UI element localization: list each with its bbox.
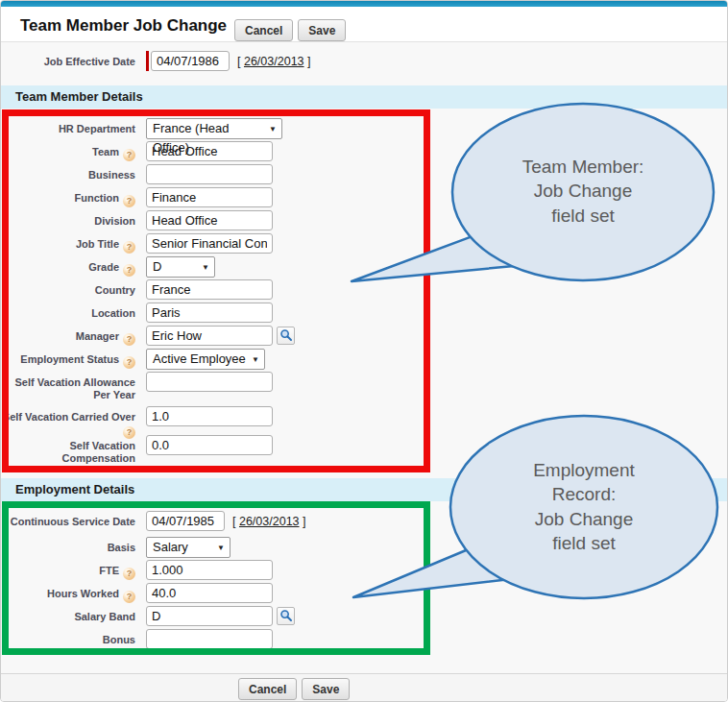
field-label: Manager <box>76 330 119 342</box>
field-row-self-vacation-compensation: Self Vacation Compensation <box>1 435 452 464</box>
today-date-hint: [ 26/03/2013 ] <box>232 515 306 528</box>
field-row-manager: Manager? <box>1 326 452 349</box>
continuous-service-date-input[interactable] <box>146 511 225 531</box>
field-row-bonus: Bonus <box>1 629 452 652</box>
title-bar: Team Member Job Change Cancel Save <box>1 7 727 41</box>
business-input[interactable] <box>146 164 273 184</box>
manager-input[interactable] <box>146 326 273 346</box>
field-label: Location <box>91 307 135 319</box>
today-date-link[interactable]: 26/03/2013 <box>244 55 304 68</box>
header-actions: Cancel Save <box>234 19 346 41</box>
field-row-job-title: Job Title? <box>1 233 452 256</box>
field-row-team: Team? <box>1 141 452 164</box>
field-row-grade: Grade? D ▼ <box>1 256 452 279</box>
function-input[interactable] <box>146 187 273 207</box>
help-icon[interactable]: ? <box>123 264 135 277</box>
location-input[interactable] <box>146 303 273 323</box>
bottom-action-bar: Cancel Save <box>1 673 727 702</box>
team-member-details-section: HR Department France (Head Office) ▼ Tea… <box>1 118 452 464</box>
section-header-team-member-details: Team Member Details <box>1 85 727 109</box>
field-label: Division <box>94 215 135 227</box>
field-row-division: Division <box>1 210 452 233</box>
help-icon[interactable]: ? <box>123 241 135 254</box>
dropdown-arrow-icon: ▼ <box>202 257 209 278</box>
today-date-hint: [ 26/03/2013 ] <box>237 55 311 68</box>
self-vacation-compensation-input[interactable] <box>146 435 273 455</box>
field-row-hours-worked: Hours Worked? <box>1 583 452 606</box>
employment-details-section: Continuous Service Date [ 26/03/2013 ] B… <box>1 511 452 652</box>
field-label: Job Effective Date <box>1 51 135 68</box>
field-label: Self Vacation Compensation <box>62 440 135 464</box>
selected-value: D <box>153 259 161 274</box>
field-label: Salary Band <box>74 611 135 622</box>
bracket: ] <box>303 515 305 528</box>
field-label: FTE <box>99 565 119 576</box>
bracket: ] <box>307 55 310 68</box>
country-input[interactable] <box>146 279 273 300</box>
self-vacation-carried-input[interactable] <box>146 406 273 426</box>
field-row-function: Function? <box>1 187 452 210</box>
job-effective-date-input[interactable] <box>151 51 230 71</box>
field-row-continuous-service-date: Continuous Service Date [ 26/03/2013 ] <box>1 511 452 537</box>
employment-status-select[interactable]: Active Employee ▼ <box>146 349 265 370</box>
help-icon[interactable]: ? <box>123 195 135 207</box>
field-row-salary-band: Salary Band <box>1 606 452 629</box>
division-input[interactable] <box>146 210 273 230</box>
team-member-job-change-page: Team Member Job Change Cancel Save Job E… <box>0 0 728 702</box>
selected-value: Active Employee <box>153 351 246 366</box>
field-row-hr-department: HR Department France (Head Office) ▼ <box>1 118 452 141</box>
field-row-basis: Basis Salary ▼ <box>1 537 452 560</box>
salary-band-input[interactable] <box>146 606 273 626</box>
field-row-country: Country <box>1 279 452 303</box>
dropdown-arrow-icon: ▼ <box>252 350 259 370</box>
field-label: Self Vacation Carried Over <box>3 411 135 423</box>
field-row-employment-status: Employment Status? Active Employee ▼ <box>1 349 452 372</box>
field-label: Business <box>88 169 135 181</box>
field-label: Job Title <box>76 238 119 250</box>
dropdown-arrow-icon: ▼ <box>269 119 277 139</box>
section-header-employment-details: Employment Details <box>1 478 727 501</box>
help-icon[interactable]: ? <box>123 356 135 369</box>
field-label: Continuous Service Date <box>11 516 135 527</box>
help-icon[interactable]: ? <box>123 568 135 580</box>
bracket: [ <box>232 515 235 528</box>
hr-department-select[interactable]: France (Head Office) ▼ <box>146 118 282 139</box>
required-field-bar <box>146 51 149 71</box>
cancel-button[interactable]: Cancel <box>238 678 297 700</box>
field-label: Hours Worked <box>47 588 119 599</box>
cancel-button[interactable]: Cancel <box>234 19 293 41</box>
manager-lookup-button[interactable] <box>277 327 295 345</box>
selected-value: Salary <box>153 540 188 554</box>
save-button[interactable]: Save <box>298 19 346 41</box>
basis-select[interactable]: Salary ▼ <box>146 537 231 558</box>
dropdown-arrow-icon: ▼ <box>217 538 225 558</box>
field-label: Employment Status <box>20 353 119 365</box>
today-date-link[interactable]: 26/03/2013 <box>239 515 300 528</box>
field-row-self-vacation-allowance: Self Vacation Allowance Per Year <box>1 372 452 406</box>
field-row-self-vacation-carried: Self Vacation Carried Over? <box>1 406 452 435</box>
bracket: [ <box>237 55 240 68</box>
field-row-business: Business <box>1 164 452 187</box>
bonus-input[interactable] <box>146 629 273 649</box>
grade-select[interactable]: D ▼ <box>146 256 215 278</box>
salary-band-lookup-button[interactable] <box>277 607 295 625</box>
field-label: Team <box>92 146 119 157</box>
field-row-fte: FTE? <box>1 560 452 583</box>
fte-input[interactable] <box>146 560 273 580</box>
field-label: Basis <box>108 542 135 553</box>
help-icon[interactable]: ? <box>123 333 135 346</box>
field-label: Self Vacation Allowance Per Year <box>14 376 135 400</box>
magnifier-icon <box>279 609 293 622</box>
help-icon[interactable]: ? <box>123 591 135 603</box>
hours-worked-input[interactable] <box>146 583 273 603</box>
save-button[interactable]: Save <box>302 678 350 700</box>
field-label: Country <box>95 284 135 296</box>
field-label: Bonus <box>103 634 135 645</box>
field-row-location: Location <box>1 303 452 326</box>
page-title: Team Member Job Change <box>20 16 227 36</box>
help-icon[interactable]: ? <box>123 149 135 161</box>
job-title-input[interactable] <box>146 233 273 254</box>
self-vacation-allowance-input[interactable] <box>146 372 273 392</box>
field-label: HR Department <box>59 123 135 134</box>
field-label: Grade <box>88 261 119 273</box>
